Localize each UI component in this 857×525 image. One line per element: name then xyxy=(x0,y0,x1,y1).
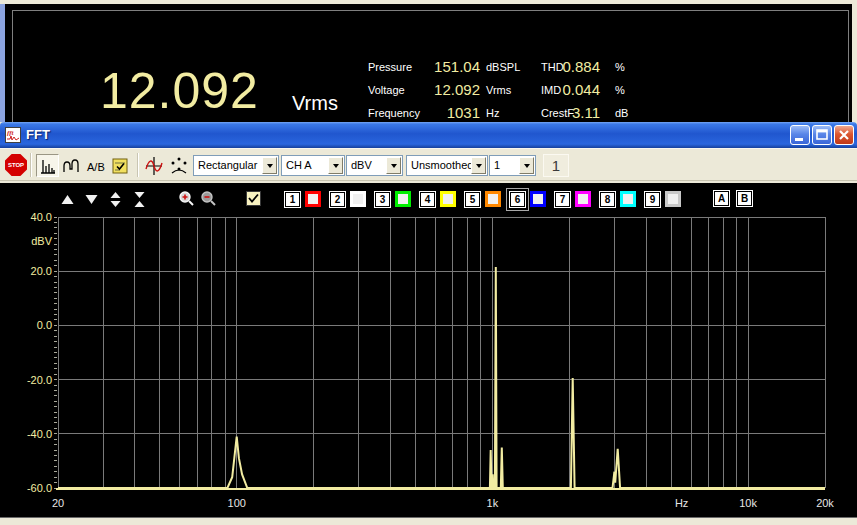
svg-text:dBV: dBV xyxy=(31,235,52,247)
average-counter: 1 xyxy=(543,154,569,177)
overlay-button-1[interactable]: 1 xyxy=(285,192,300,207)
overlay-color-swatch-2[interactable] xyxy=(350,191,366,207)
overlay-buttons-row: 123456789 xyxy=(285,191,690,207)
overlay-button-2[interactable]: 2 xyxy=(330,192,345,207)
imd-unit: % xyxy=(600,84,630,96)
maximize-button[interactable] xyxy=(812,125,832,145)
svg-text:100: 100 xyxy=(228,497,246,509)
overlay-button-6[interactable]: 6 xyxy=(510,192,525,207)
compress-vertical-icon[interactable] xyxy=(132,192,147,207)
voltage-label: Voltage xyxy=(368,84,430,96)
memory-a-button[interactable]: A xyxy=(714,191,729,206)
toolbar-separator xyxy=(137,153,139,177)
main-voltage-readout: 12.092 xyxy=(100,66,259,116)
overlay-color-swatch-7[interactable] xyxy=(575,191,591,207)
chevron-down-icon[interactable] xyxy=(519,157,534,174)
chevron-down-icon[interactable] xyxy=(262,157,277,174)
svg-text:0.0: 0.0 xyxy=(37,319,52,331)
overlay-color-swatch-9[interactable] xyxy=(665,191,681,207)
smoothing-select[interactable]: Unsmoothed xyxy=(406,155,488,176)
spectrum-chart[interactable]: 40.020.00.0-20.0-40.0-60.0dBV201001kHz10… xyxy=(0,183,857,517)
svg-text:A/B: A/B xyxy=(87,161,105,173)
thd-label: THD xyxy=(526,61,562,73)
voltage-value: 12.092 xyxy=(430,81,480,98)
overlay-pair: 4 xyxy=(420,191,456,207)
chevron-down-icon[interactable] xyxy=(386,157,401,174)
pressure-label: Pressure xyxy=(368,61,430,73)
overlay-button-8[interactable]: 8 xyxy=(600,192,615,207)
memory-buttons-row: AB xyxy=(714,191,752,206)
svg-text:Hz: Hz xyxy=(675,497,688,509)
overlay-button-7[interactable]: 7 xyxy=(555,192,570,207)
overlay-visible-checkbox[interactable] xyxy=(246,191,261,206)
down-triangle-icon[interactable] xyxy=(84,193,99,206)
overlay-color-swatch-8[interactable] xyxy=(620,191,636,207)
crest-factor-unit: dB xyxy=(600,107,630,119)
measurement-readings: Pressure 151.04 dBSPL THD 0.884 % Voltag… xyxy=(368,55,630,124)
overlay-pair: 9 xyxy=(645,191,681,207)
fft-toolbar: STOP A/B xyxy=(0,148,857,181)
svg-text:-20.0: -20.0 xyxy=(27,374,52,386)
averaging-select[interactable]: 1 xyxy=(489,155,536,176)
chevron-down-icon[interactable] xyxy=(328,157,343,174)
crest-factor-label: CrestF xyxy=(526,107,562,119)
frequency-unit: Hz xyxy=(480,107,526,119)
zoom-in-icon[interactable] xyxy=(178,190,196,208)
svg-text:40.0: 40.0 xyxy=(31,211,52,223)
overlay-color-swatch-3[interactable] xyxy=(395,191,411,207)
expand-vertical-icon[interactable] xyxy=(108,192,123,207)
app-screen: 12.092 Vrms Pressure 151.04 dBSPL THD 0.… xyxy=(0,0,857,525)
pressure-value: 151.04 xyxy=(430,58,480,75)
overlay-color-swatch-4[interactable] xyxy=(440,191,456,207)
up-triangle-icon[interactable] xyxy=(60,193,75,206)
overlay-pair: 2 xyxy=(330,191,366,207)
overlay-color-swatch-1[interactable] xyxy=(305,191,321,207)
overlay-pair: 5 xyxy=(465,191,501,207)
overlay-pair: 7 xyxy=(555,191,591,207)
overlay-pair: 3 xyxy=(375,191,411,207)
ab-compare-icon[interactable]: A/B xyxy=(84,154,107,177)
imd-value: 0.044 xyxy=(562,81,600,98)
zoom-out-icon[interactable] xyxy=(200,190,218,208)
memory-b-button[interactable]: B xyxy=(737,191,752,206)
channel-select[interactable]: CH A xyxy=(281,155,345,176)
window-title: FFT xyxy=(26,127,50,142)
time-record-icon[interactable] xyxy=(60,154,83,177)
chevron-down-icon[interactable] xyxy=(471,157,486,174)
voltage-unit: Vrms xyxy=(480,84,526,96)
stop-icon[interactable]: STOP xyxy=(5,154,27,176)
svg-text:20k: 20k xyxy=(816,497,834,509)
overlay-button-9[interactable]: 9 xyxy=(645,192,660,207)
overlay-button-4[interactable]: 4 xyxy=(420,192,435,207)
window-bottom-border xyxy=(0,517,857,525)
fft-window-icon: fft xyxy=(5,127,21,143)
close-button[interactable] xyxy=(834,125,854,145)
crest-factor-value: 3.11 xyxy=(562,104,600,121)
svg-text:20.0: 20.0 xyxy=(31,265,52,277)
spectrum-bars-icon[interactable] xyxy=(36,154,59,177)
frequency-label: Frequency xyxy=(368,107,430,119)
signal-generator-icon[interactable] xyxy=(142,154,165,177)
thd-value: 0.884 xyxy=(562,58,600,75)
window-function-select[interactable]: Rectangular xyxy=(193,155,279,176)
main-voltage-unit: Vrms xyxy=(292,92,338,115)
svg-text:-60.0: -60.0 xyxy=(27,482,52,494)
svg-text:10k: 10k xyxy=(739,497,757,509)
imd-label: IMD xyxy=(526,84,562,96)
overlay-button-3[interactable]: 3 xyxy=(375,192,390,207)
fft-window-titlebar[interactable]: fft FFT xyxy=(0,122,857,148)
overlay-color-swatch-5[interactable] xyxy=(485,191,501,207)
pressure-unit: dBSPL xyxy=(480,61,526,73)
minimize-button[interactable] xyxy=(790,125,810,145)
measurement-notes-icon[interactable] xyxy=(108,154,131,177)
svg-text:20: 20 xyxy=(52,497,64,509)
cursor-markers-icon[interactable] xyxy=(167,154,190,177)
overlay-button-5[interactable]: 5 xyxy=(465,192,480,207)
overlay-pair: 1 xyxy=(285,191,321,207)
fft-plot-panel: 40.020.00.0-20.0-40.0-60.0dBV201001kHz10… xyxy=(0,183,857,517)
frequency-value: 1031 xyxy=(430,104,480,121)
units-select[interactable]: dBV xyxy=(346,155,403,176)
svg-text:-40.0: -40.0 xyxy=(27,428,52,440)
overlay-color-swatch-6[interactable] xyxy=(530,191,546,207)
overlay-pair: 8 xyxy=(600,191,636,207)
